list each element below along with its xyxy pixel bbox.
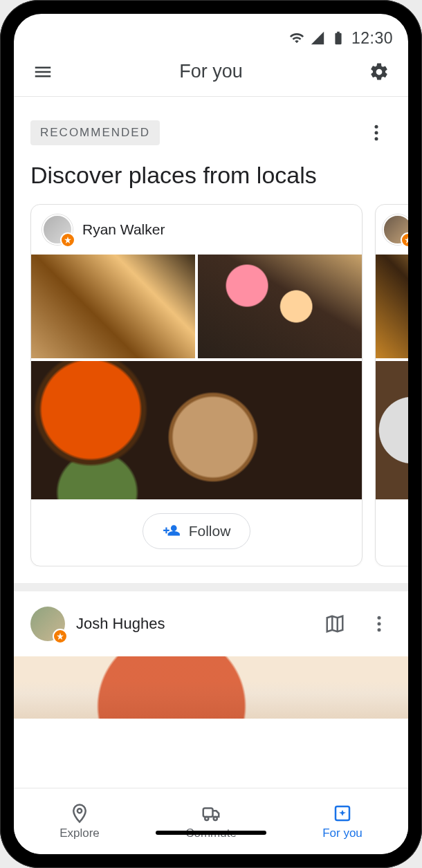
screen: 12:30 For you RECOMMENDED Discover place… <box>14 14 408 854</box>
nav-label: For you <box>322 827 363 840</box>
map-button[interactable] <box>322 611 347 636</box>
photo-collage <box>376 255 408 499</box>
menu-button[interactable] <box>28 57 58 87</box>
photo-thumbnail[interactable] <box>376 255 408 358</box>
more-vert-icon <box>369 613 389 634</box>
photo-thumbnail[interactable] <box>376 361 408 499</box>
home-indicator[interactable] <box>156 831 266 835</box>
nav-for-you[interactable]: For you <box>277 788 408 854</box>
photo-thumbnail[interactable] <box>31 361 362 499</box>
local-guide-badge-icon <box>53 629 68 644</box>
nav-label: Explore <box>59 827 100 840</box>
page-title: For you <box>179 61 243 82</box>
avatar[interactable] <box>383 214 408 245</box>
svg-point-0 <box>375 125 378 129</box>
hamburger-icon <box>33 62 53 82</box>
person-add-icon <box>163 522 181 540</box>
feed-item-header: Josh Hughes <box>14 591 408 656</box>
section-overflow-button[interactable] <box>361 118 392 148</box>
photo-thumbnail[interactable] <box>198 255 362 358</box>
app-bar: For you <box>14 47 408 97</box>
commute-icon <box>201 803 221 824</box>
svg-point-2 <box>375 137 378 140</box>
battery-icon <box>331 30 346 46</box>
more-vert-icon <box>366 122 387 143</box>
svg-point-6 <box>77 809 82 813</box>
follow-button[interactable]: Follow <box>143 513 251 549</box>
cell-signal-icon <box>310 30 325 46</box>
svg-point-1 <box>375 131 378 135</box>
status-time: 12:30 <box>351 29 393 48</box>
svg-point-3 <box>378 616 381 620</box>
local-guide-badge-icon <box>401 232 408 248</box>
svg-rect-7 <box>203 808 213 817</box>
nav-explore[interactable]: Explore <box>14 788 145 854</box>
nav-commute[interactable]: Commute <box>145 788 277 854</box>
photo-thumbnail[interactable] <box>31 255 195 358</box>
bottom-nav: Explore Commute For you <box>14 788 408 854</box>
wifi-icon <box>289 30 304 46</box>
for-you-icon <box>332 803 353 824</box>
phone-frame: 12:30 For you RECOMMENDED Discover place… <box>0 0 422 868</box>
card-author: Ryan Walker <box>82 221 165 238</box>
gear-icon <box>369 62 389 82</box>
content-scroll[interactable]: RECOMMENDED Discover places from locals <box>14 97 408 788</box>
feed-photo[interactable] <box>14 656 408 719</box>
photo-collage <box>31 255 362 499</box>
locals-carousel[interactable]: Ryan Walker Follow <box>14 204 408 566</box>
pin-icon <box>69 803 90 824</box>
svg-point-5 <box>378 628 381 631</box>
follow-label: Follow <box>189 523 231 539</box>
local-card[interactable]: Ryan Walker Follow <box>30 204 363 566</box>
svg-point-8 <box>205 817 208 820</box>
recommended-badge: RECOMMENDED <box>30 120 160 145</box>
settings-button[interactable] <box>364 57 394 87</box>
section-divider <box>14 583 408 591</box>
avatar[interactable] <box>42 214 73 245</box>
svg-point-4 <box>378 622 381 626</box>
section-header: RECOMMENDED <box>14 97 408 148</box>
map-icon <box>324 613 345 634</box>
section-heading: Discover places from locals <box>14 148 408 204</box>
local-card[interactable] <box>375 204 408 566</box>
svg-point-9 <box>214 817 217 820</box>
card-header: Ryan Walker <box>31 205 362 255</box>
feed-overflow-button[interactable] <box>367 611 392 636</box>
avatar[interactable] <box>30 607 65 641</box>
feed-author: Josh Hughes <box>76 615 165 633</box>
local-guide-badge-icon <box>60 232 75 248</box>
status-bar: 12:30 <box>14 14 408 47</box>
